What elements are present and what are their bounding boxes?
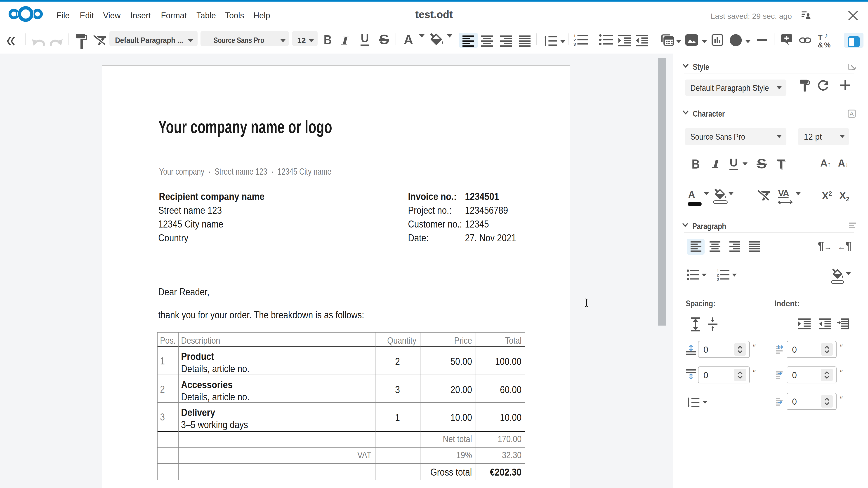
svg-text:3: 3 (574, 42, 576, 46)
svg-text:2: 2 (574, 38, 576, 42)
svg-text:1: 1 (574, 34, 576, 38)
svg-text:A: A (850, 110, 854, 117)
svg-text:2: 2 (717, 273, 719, 278)
svg-text:1: 1 (717, 269, 719, 273)
svg-text:3: 3 (717, 277, 719, 281)
